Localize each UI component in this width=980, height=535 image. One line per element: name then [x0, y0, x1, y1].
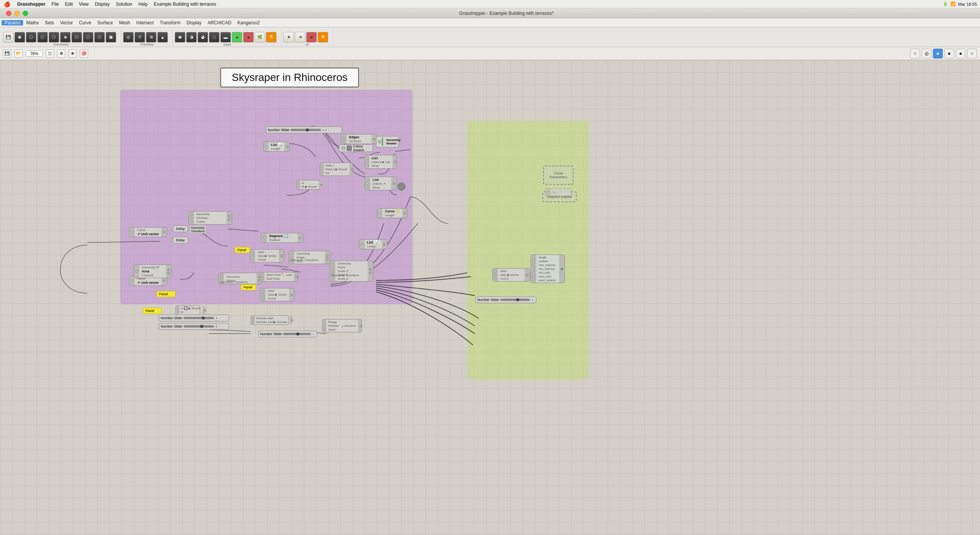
- output-port[interactable]: [373, 138, 375, 140]
- output-port-geometry[interactable]: [228, 215, 230, 217]
- input-port[interactable]: [291, 253, 293, 255]
- input-port[interactable]: [190, 220, 192, 223]
- slider-track[interactable]: [283, 333, 311, 335]
- output-port[interactable]: [393, 182, 395, 185]
- input-port[interactable]: [190, 213, 192, 216]
- menu-intersect[interactable]: Intersect: [133, 20, 157, 25]
- right-slider[interactable]: Number Slider 4: [476, 296, 536, 303]
- input-port[interactable]: [262, 290, 264, 293]
- degrees-radians-node[interactable]: Degrees 🔄 Radians: [261, 233, 303, 243]
- output-port[interactable]: [280, 255, 283, 257]
- menu-archicad[interactable]: ARCHICAD: [204, 20, 234, 25]
- tb-prim2[interactable]: ⑦: [134, 32, 145, 43]
- slider-track[interactable]: [291, 129, 321, 131]
- target-btn[interactable]: 🎯: [80, 49, 88, 58]
- save-btn[interactable]: 💾: [3, 49, 11, 58]
- input-port[interactable]: [367, 164, 369, 166]
- color-swatch-box[interactable]: [347, 145, 352, 151]
- delay-top[interactable]: Delay: [173, 225, 188, 232]
- output-port[interactable]: [291, 294, 293, 296]
- eye-btn[interactable]: 👁: [68, 49, 77, 58]
- input-port[interactable]: [547, 191, 549, 193]
- output-port[interactable]: [163, 280, 165, 282]
- tb-in1[interactable]: ◉: [175, 32, 185, 43]
- output-port[interactable]: [291, 319, 293, 322]
- input-port[interactable]: [265, 145, 267, 148]
- delay-bot[interactable]: Delay: [173, 237, 188, 244]
- tb-in2[interactable]: ◑: [186, 32, 197, 43]
- mode-btn-5[interactable]: ●: [956, 49, 966, 59]
- output-port-geo[interactable]: [326, 255, 329, 257]
- slider-track[interactable]: [500, 299, 530, 301]
- colour-swatch-node[interactable]: Colour Swatch: [339, 144, 373, 152]
- menu-display[interactable]: Display: [183, 20, 204, 25]
- output-port-centroid[interactable]: [167, 272, 170, 274]
- input-port[interactable]: [135, 270, 138, 272]
- menu-sets[interactable]: Sets: [42, 20, 57, 25]
- mode-btn-2[interactable]: ◎: [921, 49, 931, 59]
- tb-prim4[interactable]: ▲: [157, 32, 168, 43]
- input-port[interactable]: [332, 270, 334, 272]
- mode-btn-6[interactable]: ○: [967, 49, 977, 59]
- tb-in5[interactable]: ▬: [220, 32, 231, 43]
- input-port[interactable]: [367, 161, 369, 163]
- input-port[interactable]: [379, 212, 381, 214]
- input-port[interactable]: [494, 271, 496, 273]
- output-port[interactable]: [383, 243, 385, 245]
- input-port[interactable]: [343, 140, 345, 142]
- number-slider-bot-3[interactable]: Number Slider 1: [258, 331, 317, 338]
- tb-ui2[interactable]: ➜: [295, 32, 305, 43]
- input-port[interactable]: [533, 258, 535, 260]
- menu-mesh[interactable]: Mesh: [116, 20, 133, 25]
- series-2[interactable]: Start Step ▶ Series Count: [260, 288, 294, 301]
- output-port[interactable]: [299, 237, 301, 239]
- input-port[interactable]: [533, 261, 535, 263]
- tb-in7[interactable]: ●: [243, 32, 254, 43]
- output-port[interactable]: [351, 168, 353, 170]
- tb-geo3[interactable]: ⬡: [37, 32, 48, 43]
- list-indices-2[interactable]: List Indices ✕ Wrap: [365, 177, 397, 190]
- ab-result-node[interactable]: A B ▶ Result: [296, 180, 321, 189]
- menu-kangaroo[interactable]: Kangaroo2: [234, 20, 263, 25]
- input-port[interactable]: [220, 274, 223, 276]
- minimize-button[interactable]: [14, 11, 20, 16]
- menu-display[interactable]: Display: [92, 2, 113, 7]
- input-port[interactable]: [332, 267, 334, 269]
- gh-canvas[interactable]: Skysraper in Rhinoceros: [0, 60, 980, 535]
- input-port[interactable]: [533, 268, 535, 270]
- mode-btn-4[interactable]: ●: [944, 49, 954, 59]
- panel-bot-2[interactable]: Panel: [143, 308, 162, 314]
- tb-in8[interactable]: 🌿: [255, 32, 265, 43]
- input-port[interactable]: [494, 274, 496, 276]
- menu-help[interactable]: Help: [135, 2, 151, 7]
- small-dark-node[interactable]: [397, 182, 406, 191]
- panel-mid-2[interactable]: Panel: [241, 284, 256, 290]
- input-port[interactable]: [252, 258, 254, 261]
- input-port[interactable]: [131, 280, 133, 282]
- output-port[interactable]: [526, 274, 528, 276]
- input-port[interactable]: [131, 231, 133, 233]
- menu-grasshopper[interactable]: Grasshopper: [14, 2, 49, 7]
- input-port[interactable]: [533, 275, 535, 277]
- tb-geo1[interactable]: ◉: [14, 32, 25, 43]
- close-button[interactable]: [6, 11, 11, 16]
- tb-geo8[interactable]: ⬡: [94, 32, 105, 43]
- input-port[interactable]: [361, 243, 363, 245]
- input-port[interactable]: [367, 179, 369, 181]
- fit-btn[interactable]: ⊕: [57, 49, 65, 58]
- output-port[interactable]: [360, 325, 362, 327]
- input-port[interactable]: [263, 237, 266, 239]
- edges-surfaces-node[interactable]: Edges Surfaces: [341, 134, 377, 144]
- tb-geo5[interactable]: ◈: [60, 32, 71, 43]
- output-port[interactable]: [204, 309, 206, 312]
- tb-geo2[interactable]: ⬡: [26, 32, 37, 43]
- tb-save-btn[interactable]: 💾: [3, 32, 14, 43]
- output-port-geo[interactable]: [369, 268, 371, 271]
- output-port[interactable]: [561, 268, 563, 270]
- menu-file[interactable]: File: [49, 2, 62, 7]
- zoom-btn[interactable]: ◻: [46, 49, 54, 58]
- output-port-transform[interactable]: [228, 218, 230, 221]
- input-port[interactable]: [220, 277, 223, 280]
- menu-transform[interactable]: Transform: [157, 20, 183, 25]
- start-pt-end-pt[interactable]: Start Point ✏️ Line End Point: [260, 272, 298, 282]
